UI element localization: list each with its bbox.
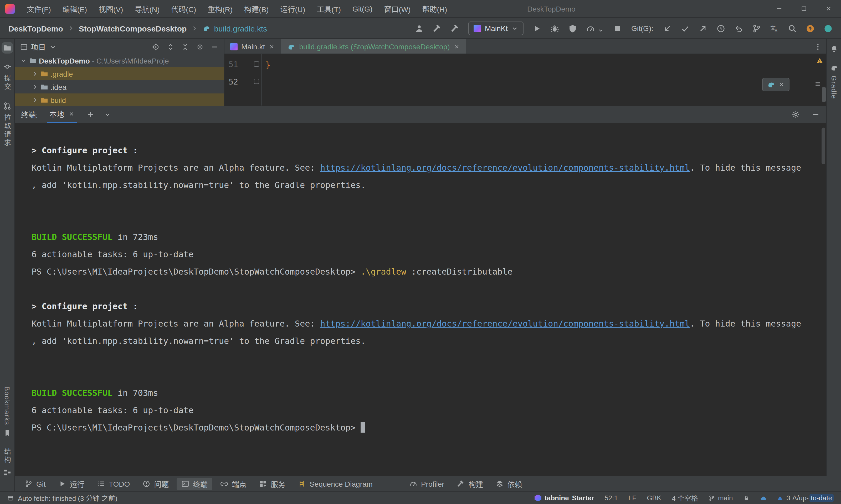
tool-window-button[interactable]: Profiler bbox=[405, 478, 449, 490]
gradle-reload-widget[interactable] bbox=[762, 78, 789, 91]
menu-item[interactable]: Git(G) bbox=[347, 0, 378, 17]
tool-stripe-item[interactable] bbox=[830, 44, 838, 53]
tool-window-button[interactable]: Git bbox=[20, 478, 50, 490]
menu-item[interactable]: 帮助(H) bbox=[416, 0, 453, 17]
lock-icon[interactable] bbox=[743, 495, 750, 501]
menu-item[interactable]: 重构(R) bbox=[202, 0, 238, 17]
menu-item[interactable]: 运行(U) bbox=[274, 0, 311, 17]
push-button[interactable] bbox=[699, 24, 707, 33]
user-icon[interactable] bbox=[415, 24, 424, 33]
tool-stripe-item[interactable]: 结构 bbox=[2, 448, 12, 477]
git-branch-widget[interactable]: main bbox=[708, 494, 733, 502]
translate-icon[interactable]: 文A bbox=[770, 24, 779, 33]
commit-button[interactable] bbox=[681, 24, 690, 33]
hide-panel-button[interactable] bbox=[211, 43, 219, 51]
tree-row[interactable]: .idea bbox=[15, 80, 224, 93]
chevron-right-icon[interactable] bbox=[32, 84, 38, 90]
gear-icon[interactable] bbox=[196, 43, 204, 51]
close-icon[interactable] bbox=[68, 111, 75, 117]
inspections-warning-icon[interactable] bbox=[816, 57, 823, 64]
sync-status-widget[interactable]: 3 Δ/up- to-date bbox=[777, 494, 834, 502]
history-button[interactable] bbox=[717, 24, 725, 33]
profile-circle-icon[interactable] bbox=[824, 24, 833, 33]
tree-row[interactable]: build bbox=[15, 93, 224, 106]
tool-window-button[interactable]: 运行 bbox=[54, 478, 89, 490]
collapse-all-button[interactable] bbox=[181, 43, 189, 51]
inspections-widget-icon[interactable] bbox=[814, 80, 822, 88]
build-module-hammer-icon[interactable] bbox=[451, 24, 460, 33]
terminal-output[interactable]: > Configure project :Kotlin Multiplatfor… bbox=[15, 123, 826, 476]
breadcrumb-file[interactable]: build.gradle.kts bbox=[202, 24, 267, 33]
gear-icon[interactable] bbox=[792, 110, 800, 119]
tool-window-button[interactable]: 依赖 bbox=[491, 478, 527, 490]
expand-all-button[interactable] bbox=[167, 43, 174, 51]
menu-item[interactable]: 代码(C) bbox=[165, 0, 202, 17]
tool-window-button[interactable]: 构建 bbox=[452, 478, 488, 490]
menu-item[interactable]: 编辑(E) bbox=[57, 0, 93, 17]
kebab-menu-icon[interactable] bbox=[814, 42, 822, 51]
terminal-scrollbar[interactable] bbox=[822, 128, 825, 164]
profiler-button[interactable] bbox=[586, 24, 595, 33]
menu-item[interactable]: 构建(B) bbox=[238, 0, 274, 17]
run-config-selector[interactable]: MainKt bbox=[468, 21, 524, 35]
menu-item[interactable]: 窗口(W) bbox=[378, 0, 416, 17]
indent-config[interactable]: 4 个空格 bbox=[672, 493, 698, 503]
breadcrumb-project[interactable]: DeskTopDemo bbox=[8, 24, 63, 33]
tool-stripe-item[interactable] bbox=[3, 43, 11, 52]
minimize-button[interactable] bbox=[767, 0, 792, 17]
chevron-down-icon[interactable] bbox=[598, 27, 604, 34]
build-hammer-icon[interactable] bbox=[433, 24, 442, 33]
run-button[interactable] bbox=[532, 24, 542, 33]
chevron-down-icon[interactable] bbox=[49, 43, 57, 51]
tool-stripe-item[interactable]: Bookmarks bbox=[3, 386, 11, 437]
rollback-button[interactable] bbox=[734, 24, 743, 33]
tool-window-button[interactable]: 问题 bbox=[138, 478, 173, 490]
gradle-sync-icon[interactable] bbox=[767, 80, 775, 89]
breadcrumb-module[interactable]: StopWatchComposeDesktop bbox=[79, 24, 187, 33]
editor-line[interactable]: 52 bbox=[224, 73, 826, 91]
locate-file-button[interactable] bbox=[152, 43, 160, 51]
editor-line[interactable]: 51} bbox=[224, 56, 826, 73]
close-tab-icon[interactable] bbox=[269, 43, 275, 50]
update-project-button[interactable] bbox=[663, 24, 672, 33]
editor-tab[interactable]: Main.kt bbox=[224, 39, 281, 54]
editor-tab[interactable]: build.gradle.kts (StopWatchComposeDeskto… bbox=[281, 39, 466, 54]
search-everywhere-button[interactable] bbox=[788, 24, 797, 33]
menu-item[interactable]: 导航(N) bbox=[129, 0, 165, 17]
tool-window-button[interactable]: 服务 bbox=[254, 478, 290, 490]
tool-stripe-item[interactable]: 拉取请求 bbox=[2, 102, 12, 147]
close-button[interactable] bbox=[816, 0, 841, 17]
new-terminal-button[interactable] bbox=[86, 110, 95, 119]
editor-body[interactable]: 51}52 bbox=[224, 54, 826, 106]
terminal-link[interactable]: https://kotlinlang.org/docs/reference/ev… bbox=[320, 319, 690, 329]
status-message[interactable]: Auto fetch: finished (3 分钟 之前) bbox=[7, 493, 118, 503]
tool-window-button[interactable]: 终端 bbox=[177, 478, 212, 490]
project-panel-title[interactable]: 项目 bbox=[31, 41, 46, 52]
tool-window-button[interactable]: 端点 bbox=[216, 478, 251, 490]
close-tab-icon[interactable] bbox=[453, 43, 460, 50]
line-separator[interactable]: LF bbox=[629, 494, 636, 502]
tree-row[interactable]: DeskTopDemo - C:\Users\MI\IdeaProje bbox=[15, 54, 224, 67]
coverage-button[interactable] bbox=[568, 24, 577, 33]
maximize-button[interactable] bbox=[792, 0, 816, 17]
tool-window-button[interactable]: TODO bbox=[92, 478, 135, 490]
cloud-icon[interactable] bbox=[760, 495, 766, 501]
file-encoding[interactable]: GBK bbox=[647, 494, 661, 502]
chevron-down-icon[interactable] bbox=[20, 57, 27, 64]
tree-row[interactable]: .gradle bbox=[15, 67, 224, 80]
chevron-right-icon[interactable] bbox=[32, 96, 38, 104]
chevron-down-icon[interactable] bbox=[104, 111, 111, 118]
menu-item[interactable]: 文件(F) bbox=[21, 0, 57, 17]
editor-scrollbar[interactable] bbox=[822, 87, 826, 102]
debug-button[interactable] bbox=[550, 24, 559, 33]
chevron-right-icon[interactable] bbox=[32, 70, 38, 77]
terminal-tab[interactable]: 本地 bbox=[47, 106, 77, 123]
tabnine-widget[interactable]: tabnine Starter bbox=[535, 494, 594, 502]
close-icon[interactable] bbox=[778, 82, 785, 88]
menu-item[interactable]: 视图(V) bbox=[93, 0, 129, 17]
terminal-link[interactable]: https://kotlinlang.org/docs/reference/ev… bbox=[320, 163, 690, 173]
menu-item[interactable]: 工具(T) bbox=[311, 0, 347, 17]
tool-stripe-item[interactable]: 提交 bbox=[2, 62, 12, 91]
ide-update-icon[interactable] bbox=[806, 24, 815, 33]
branches-button[interactable] bbox=[752, 24, 761, 33]
